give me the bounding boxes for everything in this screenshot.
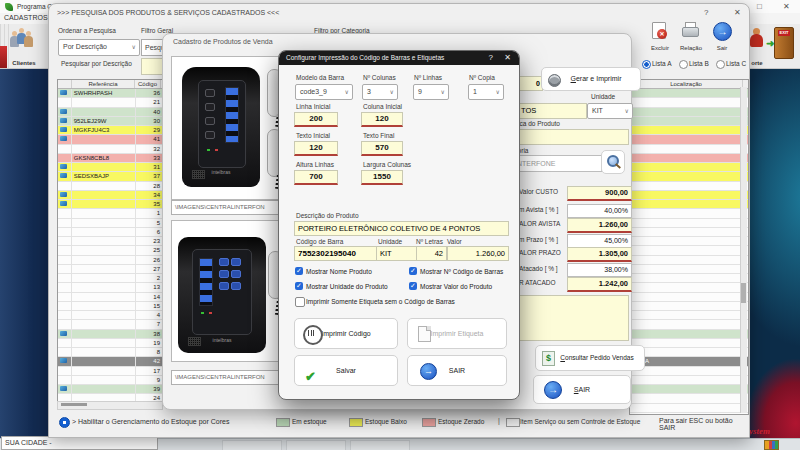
table-row[interactable] [630, 339, 748, 348]
n-letras-value[interactable]: 42 [416, 246, 447, 261]
scrollbar-thumb[interactable] [741, 283, 746, 303]
table-row[interactable] [630, 219, 748, 228]
table-row[interactable] [630, 237, 748, 246]
taskbar-slot[interactable] [222, 440, 282, 450]
table-row[interactable]: 6 [58, 228, 162, 237]
col-codigo[interactable]: Código [135, 80, 161, 88]
scrollbar-thumb[interactable] [61, 403, 87, 406]
table-row[interactable]: 14 [58, 293, 162, 302]
dialog-num-value[interactable]: 570 [361, 141, 403, 156]
table-row[interactable]: 41 [58, 135, 162, 144]
table-row[interactable] [630, 293, 748, 302]
table-row[interactable] [630, 376, 748, 385]
salvar-button[interactable]: ✔ Salvar [294, 355, 398, 386]
table-row[interactable] [630, 135, 748, 144]
lista-b-radio[interactable] [679, 60, 688, 69]
table-row[interactable]: 35 [58, 200, 162, 209]
localizacao-fisica-input[interactable] [513, 129, 629, 145]
table-row[interactable] [630, 413, 748, 415]
table-row[interactable]: 4 [58, 311, 162, 320]
help-button[interactable]: ? [704, 8, 708, 17]
dialog-sair-button[interactable]: → SAIR [407, 355, 507, 386]
table-row[interactable] [630, 311, 748, 320]
table-row[interactable] [630, 145, 748, 154]
unidade-select[interactable]: KIT∨ [587, 103, 633, 119]
table-row[interactable] [630, 274, 748, 283]
dialog-num-value[interactable]: 200 [294, 112, 338, 127]
relacao-printer-icon[interactable] [681, 22, 701, 44]
gerar-imprimir-button[interactable]: Gerar e Imprimir [541, 67, 641, 91]
table-row[interactable] [630, 172, 748, 181]
table-row[interactable] [630, 163, 748, 172]
table-row[interactable]: 13 [58, 283, 162, 292]
table-row[interactable] [630, 367, 748, 376]
dialog-combo-select[interactable]: 1∨ [468, 84, 504, 100]
table-row[interactable]: SWHRHPASH36 [58, 89, 162, 98]
table-row[interactable]: 38 [58, 330, 162, 339]
table-row[interactable] [630, 394, 748, 403]
table-row[interactable] [630, 385, 748, 394]
clientes-button[interactable]: Clientes [6, 26, 42, 66]
table-row[interactable]: 1 [58, 209, 162, 218]
dialog-num-value[interactable]: 1550 [361, 170, 403, 185]
checkbox[interactable]: ✓ [409, 267, 417, 275]
table-row[interactable] [630, 348, 748, 357]
dialog-combo-select[interactable]: 9∨ [413, 84, 449, 100]
table-row[interactable]: 7 [58, 320, 162, 329]
panel-field-value[interactable]: 38,00% [567, 263, 632, 277]
table-row[interactable]: 17 [58, 367, 162, 376]
imprimir-etiqueta-button[interactable]: Imprimir Etiqueta [407, 318, 507, 349]
search-magnifier-button[interactable] [601, 150, 625, 174]
table-row[interactable] [630, 228, 748, 237]
excluir-icon[interactable]: ✕ [649, 22, 673, 44]
table-row[interactable] [630, 126, 748, 135]
exit-door-icon[interactable]: EXIT [774, 27, 794, 59]
table-row[interactable] [630, 154, 748, 163]
table-row[interactable]: 42 [58, 357, 162, 366]
habilitar-radio-icon[interactable] [59, 417, 70, 428]
panel-field-value[interactable]: 45,00% [567, 234, 632, 248]
lista-a-radio[interactable] [642, 60, 651, 69]
table-row[interactable]: MGKFJU4C329 [58, 126, 162, 135]
table-row[interactable]: 8 [58, 348, 162, 357]
table-row[interactable]: 40 [58, 108, 162, 117]
sair-icon[interactable]: → [713, 22, 732, 41]
table-row[interactable]: 28 [58, 182, 162, 191]
table-row[interactable] [630, 98, 748, 107]
table-row[interactable]: 25 [58, 246, 162, 255]
transporte-button[interactable]: orte [747, 26, 767, 66]
table-row[interactable]: 15 [58, 302, 162, 311]
checkbox[interactable]: ✓ [409, 282, 417, 290]
table-row[interactable] [630, 246, 748, 255]
table-row[interactable] [630, 302, 748, 311]
table-row[interactable] [630, 320, 748, 329]
taskbar-slot[interactable] [350, 440, 410, 450]
table-row[interactable]: 27 [58, 265, 162, 274]
maximize-button[interactable]: □ [757, 2, 762, 11]
table-row[interactable] [630, 265, 748, 274]
table-row[interactable]: 952LEJ29W30 [58, 117, 162, 126]
observacoes-box[interactable] [513, 295, 629, 341]
checkbox[interactable] [295, 297, 305, 307]
table-row[interactable] [630, 330, 748, 339]
table-row[interactable] [630, 191, 748, 200]
table-row[interactable] [630, 89, 748, 98]
vertical-scrollbar[interactable] [740, 87, 747, 413]
categoria-input[interactable]: INTERFONE [511, 155, 602, 172]
dialog-combo-select[interactable]: 3∨ [362, 84, 398, 100]
close-button[interactable]: ✕ [504, 53, 511, 62]
lista-c-radio[interactable] [716, 60, 725, 69]
valor-value[interactable]: 1.260,00 [447, 246, 509, 261]
table-row[interactable] [630, 108, 748, 117]
panel-field-value[interactable]: 40,00% [567, 204, 632, 218]
tray-app-icon[interactable] [764, 440, 779, 450]
table-row[interactable]: 32 [58, 145, 162, 154]
table-row[interactable]: 31 [58, 163, 162, 172]
dialog-num-value[interactable]: 120 [361, 112, 403, 127]
panel-sair-button[interactable]: → SAIR [533, 375, 631, 404]
checkbox[interactable]: ✓ [295, 282, 303, 290]
dialog-num-value[interactable]: 700 [294, 170, 338, 185]
table-row[interactable]: SEDSXBAJP37 [58, 172, 162, 181]
table-row[interactable]: 5 [58, 219, 162, 228]
table-row[interactable]: 26 [58, 256, 162, 265]
